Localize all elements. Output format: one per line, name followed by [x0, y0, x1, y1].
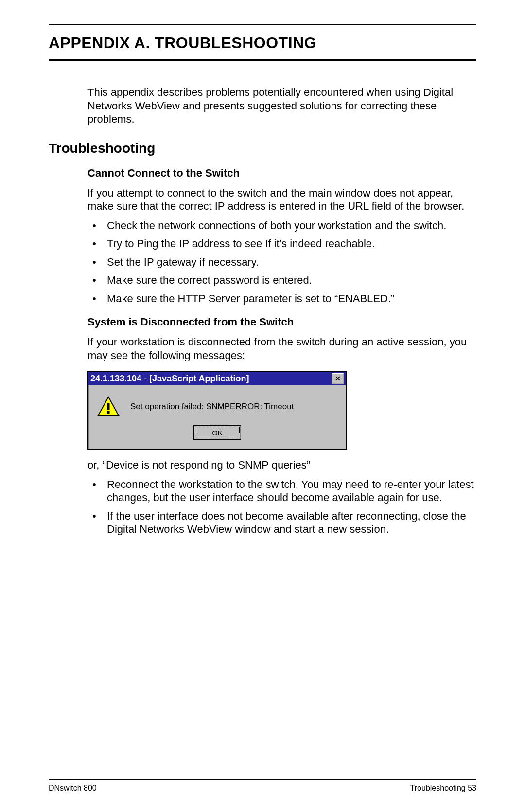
dialog-titlebar: 24.1.133.104 - [JavaScript Application] … — [88, 372, 346, 385]
intro-paragraph: This appendix describes problems potenti… — [88, 86, 476, 126]
body-paragraph: If you attempt to connect to the switch … — [88, 186, 476, 213]
page-footer: DNswitch 800 Troubleshooting 53 — [49, 779, 476, 793]
sub-title-disconnected: System is Disconnected from the Switch — [88, 316, 476, 328]
dialog-window: 24.1.133.104 - [JavaScript Application] … — [88, 371, 347, 450]
section-title: Troubleshooting — [49, 141, 476, 156]
list-item: Set the IP gateway if necessary. — [88, 255, 476, 269]
list-item: If the user interface does not become av… — [88, 509, 476, 536]
warning-icon — [97, 396, 120, 417]
body-paragraph: or, “Device is not responding to SNMP qu… — [88, 458, 476, 472]
body-paragraph: If your workstation is disconnected from… — [88, 335, 476, 362]
footer-rule — [49, 779, 476, 780]
error-dialog-figure: 24.1.133.104 - [JavaScript Application] … — [88, 371, 476, 450]
dialog-button-row: OK — [88, 422, 346, 449]
list-item: Make sure the correct password is entere… — [88, 273, 476, 287]
top-rule — [49, 24, 476, 25]
dialog-title: 24.1.133.104 - [JavaScript Application] — [90, 374, 249, 384]
list-item: Make sure the HTTP Server parameter is s… — [88, 292, 476, 306]
dialog-body: Set operation failed: SNMPERROR: Timeout — [88, 385, 346, 422]
dialog-message: Set operation failed: SNMPERROR: Timeout — [130, 402, 294, 412]
bullet-list: Reconnect the workstation to the switch.… — [88, 478, 476, 536]
sub-title-cannot-connect: Cannot Connect to the Switch — [88, 167, 476, 180]
close-icon[interactable]: ✕ — [332, 373, 344, 384]
svg-rect-2 — [107, 411, 110, 414]
bullet-list: Check the network connections of both yo… — [88, 219, 476, 306]
subsection-cannot-connect: Cannot Connect to the Switch If you atte… — [88, 167, 476, 306]
title-rule — [49, 59, 476, 61]
footer-left: DNswitch 800 — [49, 784, 97, 793]
ok-button[interactable]: OK — [193, 425, 241, 440]
subsection-disconnected: System is Disconnected from the Switch I… — [88, 316, 476, 536]
list-item: Check the network connections of both yo… — [88, 219, 476, 233]
svg-rect-1 — [107, 403, 110, 410]
appendix-title: APPENDIX A. TROUBLESHOOTING — [49, 34, 476, 52]
document-page: APPENDIX A. TROUBLESHOOTING This appendi… — [0, 0, 525, 812]
list-item: Try to Ping the IP address to see If it’… — [88, 237, 476, 251]
list-item: Reconnect the workstation to the switch.… — [88, 478, 476, 505]
footer-right: Troubleshooting 53 — [410, 784, 476, 793]
